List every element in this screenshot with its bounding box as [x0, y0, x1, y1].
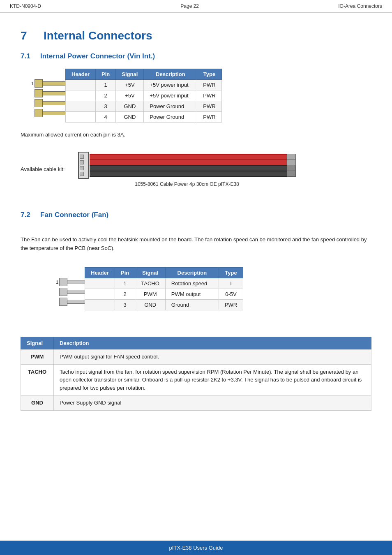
- power-table-type-cell: PWR: [197, 101, 221, 112]
- power-table-header-signal: Signal: [116, 69, 144, 80]
- fan-table-header-cell: [85, 289, 115, 300]
- signal-table-signal-cell: PWM: [21, 349, 54, 365]
- fan-table-header-header: Header: [85, 268, 115, 278]
- section-72-title: Fan Connector (Fan): [40, 211, 108, 219]
- power-table-row: 1 +5V +5V power input PWR: [66, 80, 222, 90]
- fan-connector-wrap: 1 Header: [53, 267, 371, 310]
- cable-illustration: 1055-8061 Cable Power 4p 30cm OE pITX-E3…: [78, 152, 296, 187]
- fan-table-desc-cell: PWM output: [165, 289, 219, 300]
- power-table-pin-cell: 4: [96, 112, 116, 123]
- power-table-pin-cell: 1: [96, 80, 116, 90]
- power-table-desc-cell: +5V power input: [144, 80, 197, 90]
- power-table-header-cell: [66, 112, 96, 123]
- fan-table-desc-cell: Ground: [165, 300, 219, 310]
- fan-table-row: 1 TACHO Rotation speed I: [85, 278, 243, 289]
- fan-table-header-signal: Signal: [135, 268, 166, 278]
- cable-illustration-wrap: 1055-8061 Cable Power 4p 30cm OE pITX-E3…: [78, 152, 296, 187]
- power-table-header-cell: [66, 80, 96, 90]
- power-table-signal-cell: GND: [116, 101, 144, 112]
- power-table-header-cell: [66, 90, 96, 101]
- fan-table-header-cell: [85, 300, 115, 310]
- fan-table-signal-cell: PWM: [135, 289, 166, 300]
- power-connector-table: Header Pin Signal Description Type 1 +5V…: [65, 69, 222, 123]
- signal-table-header-signal: Signal: [21, 337, 54, 349]
- section-71-title: Internal Power Connector (Vin Int.): [40, 52, 155, 60]
- cable-kit-section: Available cable kit:: [21, 152, 371, 187]
- plug-right: [287, 154, 296, 177]
- signal-table-desc-cell: Tacho input signal from the fan, for rot…: [54, 364, 371, 395]
- fan-table-type-cell: PWR: [219, 300, 243, 310]
- section-71-number: 7.1: [21, 52, 35, 60]
- section-title: IO-Area Connectors: [338, 3, 382, 9]
- fan-connector-table: Header Pin Signal Description Type 1 TAC…: [85, 267, 243, 310]
- fan-table-header-cell: [85, 278, 115, 289]
- power-header-diagram: 1: [29, 79, 65, 118]
- power-table-type-cell: PWR: [197, 90, 221, 101]
- power-table-header-header: Header: [66, 69, 96, 80]
- fan-table-header-description: Description: [165, 268, 219, 278]
- fan-table-signal-cell: TACHO: [135, 278, 166, 289]
- top-bar: KTD-N0904-D Page 22 IO-Area Connectors: [0, 0, 392, 13]
- power-table-signal-cell: +5V: [116, 90, 144, 101]
- fan-table-pin-cell: 3: [115, 300, 135, 310]
- fan-table-signal-cell: GND: [135, 300, 166, 310]
- power-table-row: 4 GND Power Ground PWR: [66, 112, 222, 123]
- cable-kit-caption: 1055-8061 Cable Power 4p 30cm OE pITX-E3…: [78, 181, 296, 187]
- signal-table-row: GND Power Supply GND signal: [21, 395, 371, 411]
- page-number: Page 22: [180, 3, 199, 9]
- power-table-pin-cell: 3: [96, 101, 116, 112]
- fan-pin-row-label-1: 1: [53, 280, 58, 284]
- signal-table-signal-cell: GND: [21, 395, 54, 411]
- fan-header-diagram: 1: [53, 277, 85, 307]
- power-table-signal-cell: +5V: [116, 80, 144, 90]
- fan-table-pin-cell: 1: [115, 278, 135, 289]
- power-note: Maximum allowed current on each pin is 3…: [21, 131, 371, 139]
- section-72-number: 7.2: [21, 211, 35, 219]
- section-71-heading: 7.1 Internal Power Connector (Vin Int.): [21, 52, 371, 60]
- power-connector-wrap: 1: [29, 69, 371, 123]
- power-table-pin-cell: 2: [96, 90, 116, 101]
- plug-left: [78, 152, 89, 179]
- fan-description: The Fan can be used to actively cool the…: [21, 236, 371, 253]
- signal-table-row: TACHO Tacho input signal from the fan, f…: [21, 364, 371, 395]
- power-table-desc-cell: +5V power input: [144, 90, 197, 101]
- fan-table-row: 3 GND Ground PWR: [85, 300, 243, 310]
- section-7-heading: 7 Internal Connectors: [21, 29, 371, 42]
- section-7-title: Internal Connectors: [44, 29, 152, 42]
- cable-kit-label: Available cable kit:: [21, 166, 70, 172]
- fan-table-header-pin: Pin: [115, 268, 135, 278]
- wire-bundle: [90, 154, 287, 177]
- footer-bar: pITX-E38 Users Guide: [0, 541, 392, 555]
- signal-table-header-description: Description: [54, 337, 371, 349]
- power-table-header-pin: Pin: [96, 69, 116, 80]
- power-table-signal-cell: GND: [116, 112, 144, 123]
- power-table-header-cell: [66, 101, 96, 112]
- main-content: 7 Internal Connectors 7.1 Internal Power…: [0, 13, 392, 435]
- fan-table-desc-cell: Rotation speed: [165, 278, 219, 289]
- section-72-heading: 7.2 Fan Connector (Fan): [21, 211, 371, 219]
- signal-description-table: Signal Description PWM PWM output signal…: [21, 337, 371, 411]
- signal-table-row: PWM PWM output signal for FAN speed cont…: [21, 349, 371, 365]
- fan-table-type-cell: 0-5V: [219, 289, 243, 300]
- signal-table-desc-cell: Power Supply GND signal: [54, 395, 371, 411]
- power-table-row: 3 GND Power Ground PWR: [66, 101, 222, 112]
- power-table-desc-cell: Power Ground: [144, 101, 197, 112]
- power-table-type-cell: PWR: [197, 80, 221, 90]
- footer-text: pITX-E38 Users Guide: [169, 545, 223, 551]
- power-table-row: 2 +5V +5V power input PWR: [66, 90, 222, 101]
- pin-row-label-1: 1: [29, 81, 34, 86]
- power-table-desc-cell: Power Ground: [144, 112, 197, 123]
- section-7-number: 7: [21, 29, 37, 42]
- power-table-header-type: Type: [197, 69, 221, 80]
- fan-table-header-type: Type: [219, 268, 243, 278]
- fan-table-pin-cell: 2: [115, 289, 135, 300]
- signal-table-signal-cell: TACHO: [21, 364, 54, 395]
- signal-table-desc-cell: PWM output signal for FAN speed control.: [54, 349, 371, 365]
- fan-table-row: 2 PWM PWM output 0-5V: [85, 289, 243, 300]
- doc-id: KTD-N0904-D: [10, 3, 41, 9]
- cable-row-group: [78, 152, 296, 179]
- fan-table-type-cell: I: [219, 278, 243, 289]
- power-table-type-cell: PWR: [197, 112, 221, 123]
- power-table-header-description: Description: [144, 69, 197, 80]
